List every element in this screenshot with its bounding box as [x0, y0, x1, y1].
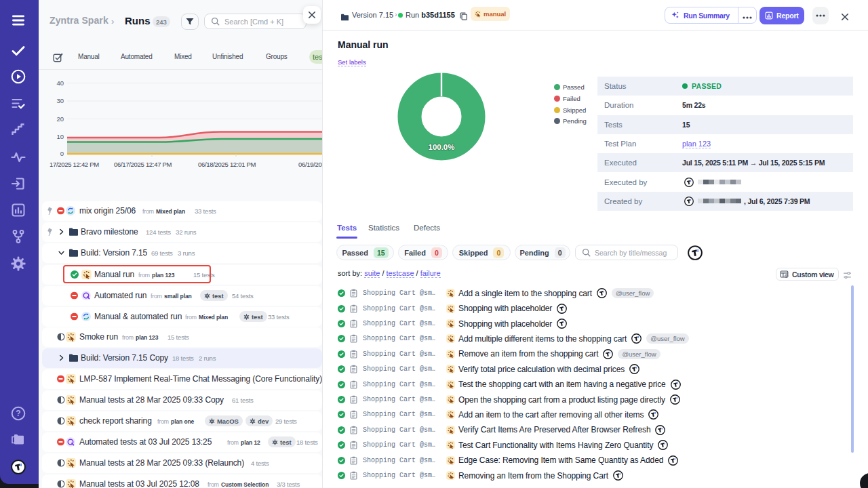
svg-text:100.0%: 100.0% [428, 143, 454, 151]
svg-text:?: ? [16, 409, 20, 418]
